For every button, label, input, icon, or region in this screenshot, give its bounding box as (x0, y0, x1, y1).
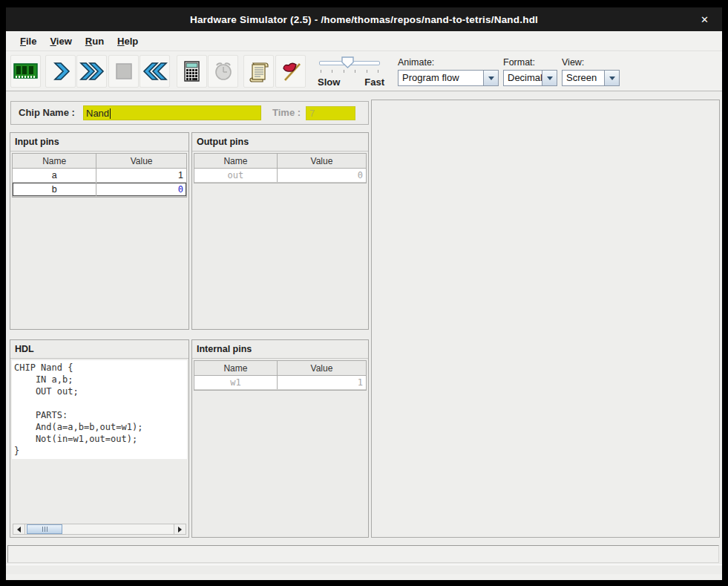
internal-pins-panel: Internal pins Name Value w1 1 (191, 339, 369, 538)
animate-value: Program flow (399, 71, 483, 85)
run-icon (79, 61, 105, 82)
time-field: 7 (306, 106, 355, 120)
evaluate-button[interactable] (177, 55, 207, 88)
chip-name-label: Chip Name : (19, 102, 75, 124)
col-header-name: Name (194, 154, 277, 168)
output-pins-table: Name Value out 0 (194, 153, 367, 183)
menu-help[interactable]: Help (111, 33, 145, 49)
hdl-title: HDL (10, 340, 188, 359)
single-step-icon (50, 61, 71, 82)
view-value: Screen (563, 71, 604, 85)
col-header-value: Value (277, 154, 366, 168)
pin-name: b (13, 183, 96, 196)
chevron-down-icon[interactable] (483, 71, 498, 85)
pin-value[interactable]: 1 (96, 169, 186, 182)
stop-icon (114, 62, 134, 81)
pin-value: 0 (277, 169, 366, 182)
script-icon (248, 60, 270, 82)
output-pins-title: Output pins (192, 133, 368, 152)
animate-label: Animate: (398, 57, 434, 68)
pin-name: w1 (194, 376, 277, 389)
status-message-bar (7, 545, 719, 563)
input-pins-table: Name Value a 1 b 0 (12, 153, 187, 198)
desktop: { "window": { "title": "Hardware Simulat… (0, 0, 728, 586)
chip-name-value: Nand (86, 108, 109, 119)
stop-button[interactable] (108, 55, 139, 88)
slow-label: Slow (318, 76, 340, 88)
view-label: View: (562, 57, 584, 68)
run-button[interactable] (76, 55, 107, 88)
pin-name: a (13, 169, 96, 182)
animate-group: Animate: Program flow (398, 57, 499, 86)
scroll-left-arrow-icon[interactable] (13, 524, 25, 534)
rewind-icon (142, 61, 168, 82)
pin-value-editing[interactable]: 0 (96, 183, 186, 196)
breakpoints-button[interactable] (275, 55, 306, 88)
bottom-strip (6, 564, 722, 574)
pin-row-b: b 0 (13, 183, 186, 197)
menu-file[interactable]: File (13, 33, 43, 49)
slider-ticks (321, 70, 378, 73)
pin-row-w1: w1 1 (194, 376, 366, 390)
menu-view[interactable]: View (43, 33, 78, 49)
close-icon[interactable]: ✕ (701, 7, 709, 31)
view-group: View: Screen (562, 57, 620, 86)
chip-icon (13, 61, 39, 82)
col-header-value: Value (96, 154, 186, 168)
format-value: Decimal (504, 71, 542, 85)
col-header-name: Name (13, 154, 96, 168)
title-bar: Hardware Simulator (2.5) - /home/thomas/… (6, 7, 722, 31)
scroll-right-arrow-icon[interactable] (174, 524, 186, 534)
view-script-button[interactable] (243, 55, 274, 88)
chevron-down-icon[interactable] (604, 71, 619, 85)
output-pins-panel: Output pins Name Value out 0 (191, 132, 369, 330)
pin-row-a: a 1 (13, 169, 186, 183)
pin-row-out: out 0 (194, 169, 366, 183)
menu-bar: File View Run Help (6, 31, 722, 51)
load-chip-button[interactable] (10, 55, 41, 88)
hdl-panel: HDL CHIP Nand { IN a,b; OUT out; PARTS: … (10, 339, 189, 538)
internal-pins-table: Name Value w1 1 (194, 360, 367, 391)
breakpoint-flag-icon (280, 60, 302, 82)
text-caret (110, 108, 111, 119)
format-group: Format: Decimal (503, 57, 557, 86)
animate-select[interactable]: Program flow (398, 70, 499, 86)
pin-value: 1 (277, 376, 366, 389)
chip-display-panel (371, 100, 720, 538)
chip-name-input[interactable]: Nand (83, 105, 261, 120)
fast-label: Fast (364, 76, 384, 88)
hdl-horizontal-scrollbar[interactable] (13, 524, 186, 535)
format-select[interactable]: Decimal (503, 70, 557, 86)
app-window: Hardware Simulator (2.5) - /home/thomas/… (6, 7, 722, 580)
internal-pins-title: Internal pins (192, 340, 368, 359)
single-step-button[interactable] (45, 55, 76, 88)
main-content: Chip Name : Nand Time : 7 Input pins Nam… (6, 91, 722, 573)
scrollbar-track[interactable] (25, 524, 174, 534)
slider-thumb[interactable] (341, 56, 354, 71)
calculator-icon (183, 60, 202, 82)
scrollbar-thumb[interactable] (27, 524, 62, 534)
speed-slider[interactable]: Slow Fast (318, 54, 381, 88)
clock-button[interactable] (208, 55, 238, 88)
toolbar: Slow Fast Animate: Program flow Format: … (6, 51, 722, 91)
clock-icon (212, 60, 235, 82)
format-label: Format: (503, 57, 535, 68)
input-pins-title: Input pins (10, 133, 188, 152)
input-pins-panel: Input pins Name Value a 1 b 0 (10, 132, 189, 330)
hdl-code-view[interactable]: CHIP Nand { IN a,b; OUT out; PARTS: And(… (12, 360, 187, 459)
col-header-value: Value (277, 361, 366, 375)
time-label: Time : (272, 102, 301, 124)
pin-name: out (194, 169, 277, 182)
chevron-down-icon[interactable] (542, 71, 557, 85)
window-title: Hardware Simulator (2.5) - /home/thomas/… (190, 14, 538, 25)
chip-header-bar: Chip Name : Nand Time : 7 (10, 101, 369, 125)
rewind-button[interactable] (140, 55, 170, 88)
view-select[interactable]: Screen (562, 70, 620, 86)
menu-run[interactable]: Run (79, 33, 111, 49)
col-header-name: Name (194, 361, 277, 375)
